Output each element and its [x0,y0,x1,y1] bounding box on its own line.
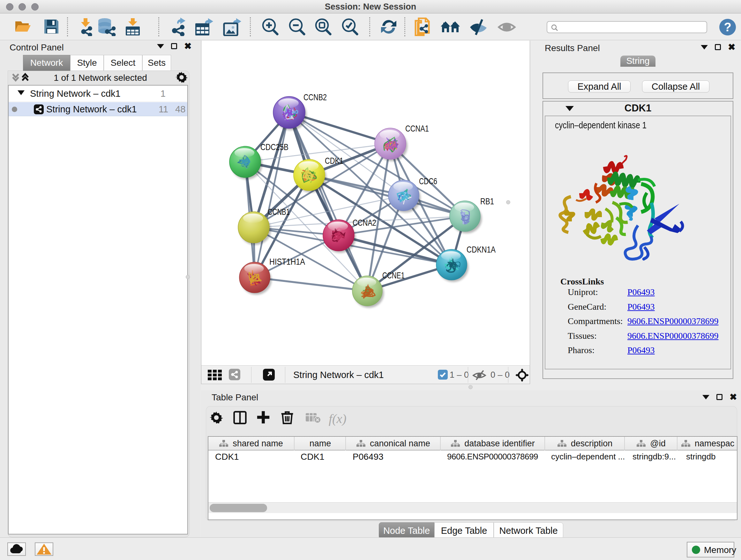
svg-text:CCNE1: CCNE1 [382,270,405,280]
svg-text:CCNA1: CCNA1 [405,124,429,133]
svg-text:CDC6: CDC6 [419,176,437,186]
svg-text:CDKN1A: CDKN1A [467,245,495,254]
svg-text:HIST1H1A: HIST1H1A [269,257,305,266]
svg-text:CCNB2: CCNB2 [304,92,327,102]
svg-text:CDK1: CDK1 [325,156,343,166]
svg-text:CCNA2: CCNA2 [353,218,376,228]
svg-text:CDC25B: CDC25B [260,142,288,152]
svg-text:RB1: RB1 [480,196,494,206]
svg-text:CCNB1: CCNB1 [268,207,290,217]
